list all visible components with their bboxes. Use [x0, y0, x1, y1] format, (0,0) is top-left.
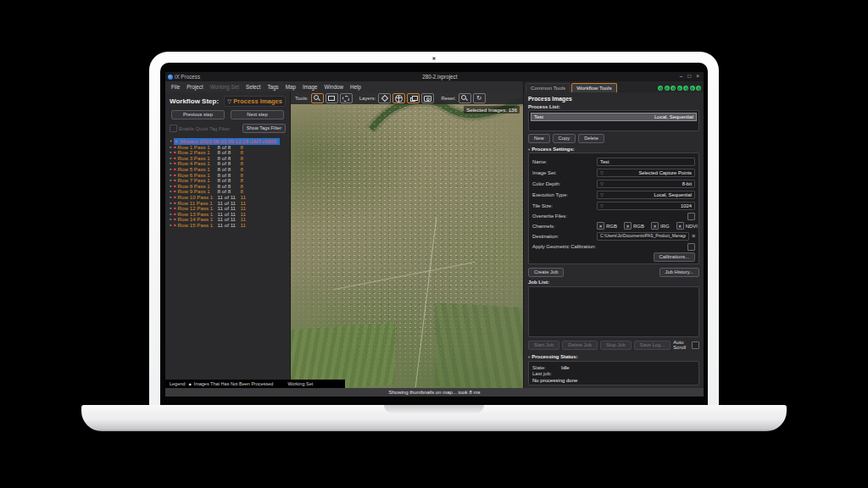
job-control-button[interactable]: Delete Job — [562, 341, 598, 350]
next-step-button[interactable]: Next step — [231, 110, 284, 119]
browse-icon[interactable]: ≡ — [692, 233, 695, 239]
title-bar[interactable]: iX Process 280-2.ixproject – □ × — [165, 72, 704, 81]
expand-icon[interactable]: ▸ — [168, 146, 174, 149]
expand-icon[interactable]: ▸ — [168, 185, 174, 188]
status-green-icon[interactable] — [690, 86, 695, 91]
zoom-select-tool-button[interactable] — [311, 93, 324, 103]
menu-item[interactable]: Working Set — [207, 83, 242, 91]
menu-item[interactable]: Help — [347, 83, 364, 91]
auto-scroll-checkbox[interactable] — [692, 341, 699, 349]
basemap-layer-button[interactable] — [392, 93, 405, 103]
menu-item[interactable]: Map — [282, 83, 299, 91]
channel-checkbox[interactable]: ✕ — [676, 222, 684, 230]
image-set-dropdown[interactable]: ▽ Selected Capture Points — [597, 169, 695, 178]
job-control-button[interactable]: Stop Job — [600, 341, 632, 350]
status-green-icon[interactable] — [670, 86, 676, 91]
process-list[interactable]: Test Local, Sequential — [528, 110, 699, 131]
status-green-icon[interactable] — [696, 86, 701, 91]
tree-row[interactable]: ▸ ■ Row 15 Pass 1 11 of 11 11 — [168, 223, 288, 229]
row-marker-icon: ■ — [174, 179, 176, 182]
expand-icon[interactable]: ▸ — [168, 174, 174, 177]
execution-type-dropdown[interactable]: ▽ Local, Sequential — [597, 191, 695, 200]
name-input[interactable]: Test — [597, 158, 695, 167]
menu-item[interactable]: Select — [242, 83, 264, 91]
channel-checkbox[interactable]: ✕ — [651, 222, 659, 230]
job-list-label: Job List: — [528, 280, 699, 285]
copy-button[interactable]: Copy — [553, 134, 576, 143]
expand-icon[interactable]: ▸ — [168, 202, 174, 205]
row-marker-icon: ■ — [174, 207, 176, 210]
delete-button[interactable]: Delete — [578, 134, 604, 143]
tab-workflow-tools[interactable]: Workflow Tools — [571, 83, 616, 92]
thumbnails-layer-button[interactable] — [407, 93, 420, 103]
expand-icon[interactable]: ▸ — [168, 207, 174, 210]
process-list-buttons: New Copy Delete — [528, 134, 699, 143]
workflow-step-label: Workflow Step: — [170, 97, 219, 105]
reset-view-button[interactable]: ↻ — [473, 93, 486, 103]
tile-size-label: Tile Size: — [532, 203, 597, 208]
status-green-icon[interactable] — [683, 86, 688, 91]
create-job-button[interactable]: Create Job — [528, 268, 564, 277]
minimize-button[interactable]: – — [680, 74, 683, 80]
job-list[interactable] — [528, 286, 699, 337]
job-history-button[interactable]: Job History... — [659, 268, 699, 277]
expand-icon[interactable]: ▸ — [168, 179, 174, 182]
expand-icon[interactable]: ▸ — [168, 162, 174, 165]
menu-item[interactable]: Tags — [264, 83, 281, 91]
tag-filter-row: Enable Quick Tag Filter Show Tags Filter — [170, 124, 286, 133]
menu-item[interactable]: Window — [321, 83, 347, 91]
status-green-icon[interactable] — [677, 86, 682, 91]
expand-icon[interactable]: ▸ — [168, 157, 174, 160]
overwrite-files-label: Overwrite Files: — [532, 214, 597, 219]
process-list-item[interactable]: Test Local, Sequential — [531, 113, 697, 121]
lasso-select-tool-button[interactable] — [340, 93, 353, 103]
overwrite-files-checkbox[interactable] — [687, 213, 695, 220]
job-control-button[interactable]: Save Log... — [634, 341, 670, 350]
color-depth-dropdown[interactable]: ▽ 8-bit — [597, 180, 695, 189]
destination-input[interactable]: C:\Users\Jo\Documents\PAS_Product_Manage… — [597, 232, 689, 241]
job-control-button[interactable]: Start Job — [528, 341, 559, 350]
geometric-calibration-checkbox[interactable] — [687, 243, 695, 251]
capture-points-layer-button[interactable] — [421, 93, 434, 103]
tag-icon — [381, 95, 388, 102]
status-green-icon[interactable] — [665, 86, 670, 91]
tab-common-tools[interactable]: Common Tools — [526, 83, 570, 92]
workflow-step-value[interactable]: ▽ Process Images — [224, 96, 286, 107]
expand-icon[interactable]: ▸ — [168, 168, 174, 171]
calibrations-button[interactable]: Calibrations... — [654, 252, 695, 262]
tile-size-value: 1024 — [681, 203, 692, 208]
channel-checkbox[interactable]: ✕ — [624, 222, 632, 230]
state-label: State: — [532, 365, 561, 370]
workflow-tools-panel: Process Images Process List: Test Local,… — [523, 92, 704, 388]
process-settings-header[interactable]: ▾ Process Settings: — [528, 147, 699, 152]
image-tree[interactable]: ▾ ■ Mission 2023-08-03 09:12:19 GMT+0000… — [168, 138, 288, 388]
legend-label: Legend: — [170, 381, 186, 386]
show-tags-filter-button[interactable]: Show Tags Filter — [242, 124, 286, 133]
quick-tag-filter-checkbox[interactable] — [170, 125, 177, 132]
expand-icon[interactable]: ▸ — [168, 190, 174, 193]
processing-status-header[interactable]: ▾ Processing Status: — [528, 354, 699, 359]
expand-icon[interactable]: ▸ — [168, 213, 174, 216]
reset-zoom-button[interactable] — [459, 93, 471, 103]
map-viewport[interactable]: Tools: Layers: Reset: ↻ Selected Images:… — [291, 92, 523, 388]
tile-size-dropdown[interactable]: ▽ 1024 — [597, 202, 695, 211]
expand-icon[interactable]: ▸ — [168, 218, 174, 221]
menu-item[interactable]: Project — [183, 83, 207, 91]
channel-checkbox[interactable]: ✕ — [597, 222, 604, 230]
rectangle-select-tool-button[interactable] — [326, 93, 338, 103]
expand-icon[interactable]: ▸ — [168, 196, 174, 199]
tile-size-setting-row: Tile Size: ▽ 1024 — [532, 202, 695, 211]
collapse-icon[interactable]: ▾ — [168, 140, 174, 143]
expand-icon[interactable]: ▸ — [168, 151, 174, 154]
menu-item[interactable]: Image — [299, 83, 321, 91]
new-button[interactable]: New — [528, 134, 550, 143]
previous-step-button[interactable]: Previous step — [171, 110, 225, 119]
tags-layer-button[interactable] — [378, 93, 391, 103]
status-green-icon[interactable] — [658, 86, 663, 91]
maximize-button[interactable]: □ — [687, 74, 691, 80]
channel-option: ✕ NDVI — [676, 222, 698, 230]
menu-item[interactable]: File — [168, 83, 183, 91]
close-button[interactable]: × — [696, 74, 699, 80]
legend-bar: Legend: ■ Images That Has Not Been Proce… — [165, 380, 345, 388]
expand-icon[interactable]: ▸ — [168, 224, 174, 227]
